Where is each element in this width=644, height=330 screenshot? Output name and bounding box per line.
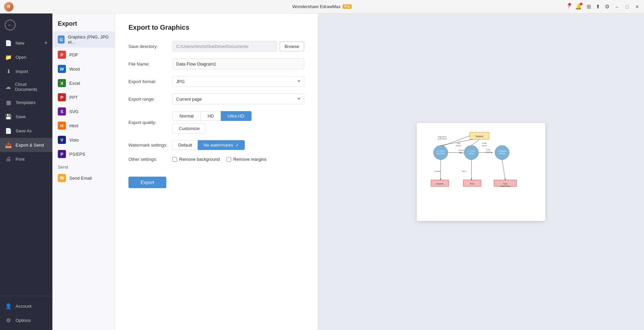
minimize-button[interactable]: – — [614, 4, 620, 9]
preview-panel: Student Registration confirmations 1.2 C… — [318, 14, 644, 330]
quality-hd-button[interactable]: HD — [201, 111, 221, 121]
apps-icon[interactable]: ⊞ — [587, 3, 591, 10]
sidebar-nav: ← 📄 New + 📁 Open ⬇ Import ☁ Cloud Docume… — [0, 14, 52, 330]
export-item-ps[interactable]: P PS/EPS — [52, 147, 115, 161]
app-name: Wondershare EdrawMax — [292, 4, 341, 9]
import-icon: ⬇ — [5, 68, 12, 75]
sidebar-save-label: Save — [16, 114, 26, 119]
export-icon: 📤 — [5, 141, 12, 149]
ppt-label: PPT — [69, 95, 78, 100]
svg-text:Invalid: Invalid — [482, 142, 486, 144]
templates-icon: ▦ — [5, 99, 12, 106]
content-area: Export to Graphics Save directory: Brows… — [115, 14, 644, 330]
svg-text:request: request — [459, 152, 464, 153]
close-button[interactable]: ✕ — [635, 4, 640, 9]
sidebar-item-account[interactable]: 👤 Account — [0, 299, 52, 313]
file-name-input[interactable] — [172, 58, 304, 69]
watermark-active-button[interactable]: No watermarks ✓ — [198, 140, 244, 150]
quality-normal-button[interactable]: Normal — [172, 111, 201, 121]
svg-text:Take test: Take test — [458, 149, 465, 151]
html-icon: H — [58, 122, 66, 130]
export-range-select[interactable]: Current page All pages Selected region — [172, 94, 304, 104]
svg-text:Students: Students — [499, 153, 505, 154]
sidebar-templates-label: Templates — [16, 100, 35, 105]
export-item-word[interactable]: W Word — [52, 62, 115, 76]
cloud-icon: ☁ — [5, 83, 12, 91]
quality-group: Normal HD Ultra HD — [172, 111, 252, 121]
sidebar-item-export[interactable]: 📤 Export & Send — [0, 138, 52, 152]
print-icon: 🖨 — [5, 155, 12, 163]
save-icon: 💾 — [5, 113, 12, 120]
sidebar-item-import[interactable]: ⬇ Import — [0, 64, 52, 78]
watermark-default-button[interactable]: Default — [172, 140, 198, 150]
sidebar-item-saveas[interactable]: 📄 Save As — [0, 124, 52, 138]
sidebar-item-new[interactable]: 📄 New + — [0, 36, 52, 50]
svg-text:Registration: Registration — [500, 185, 510, 187]
browse-button[interactable]: Browse — [280, 42, 304, 51]
customize-button[interactable]: Customize — [172, 124, 206, 133]
sidebar-bottom: 👤 Account ⚙ Options — [0, 296, 52, 327]
svg-text:1.3 Register: 1.3 Register — [498, 150, 506, 152]
sidebar-open-label: Open — [16, 55, 26, 60]
export-item-html[interactable]: H Html — [52, 119, 115, 133]
other-settings-checkboxes: Remove background Remove margins — [172, 157, 266, 162]
sidebar-export-label: Export & Send — [16, 143, 44, 148]
export-button[interactable]: Export — [128, 177, 166, 188]
export-format-label: Export format: — [128, 79, 172, 84]
new-icon: 📄 — [5, 39, 12, 47]
other-settings-label: Other settings: — [128, 157, 172, 162]
titlebar-title: Wondershare EdrawMax Pro — [292, 4, 352, 9]
share-icon[interactable]: ⬆ — [596, 3, 600, 10]
sidebar-item-back[interactable]: ← — [0, 16, 52, 36]
remove-background-checkbox[interactable] — [172, 157, 177, 162]
svg-text:1.2 Confirm: 1.2 Confirm — [436, 150, 445, 152]
email-icon: ✉ — [58, 174, 66, 182]
sidebar-item-save[interactable]: 💾 Save — [0, 109, 52, 124]
export-item-excel[interactable]: X Excel — [52, 76, 115, 90]
maximize-button[interactable]: □ — [624, 4, 630, 9]
export-quality-label: Export quality: — [128, 120, 172, 125]
sidebar-options-label: Options — [16, 318, 31, 323]
remove-margins-item[interactable]: Remove margins — [226, 157, 266, 162]
export-item-ppt[interactable]: P PPT — [52, 90, 115, 104]
sidebar-item-options[interactable]: ⚙ Options — [0, 313, 52, 327]
word-icon: W — [58, 65, 66, 73]
visio-label: Visio — [69, 137, 79, 143]
avatar[interactable]: R — [4, 2, 14, 11]
graphics-label: Graphics (PNG, JPG et... — [68, 34, 109, 45]
svg-text:request: request — [456, 145, 461, 146]
sidebar-item-cloud[interactable]: ☁ Cloud Documents — [0, 78, 52, 95]
watermark-checkmark-icon: ✓ — [235, 143, 239, 148]
notification-icon-wrapper[interactable]: 🔔 — [575, 3, 582, 10]
help-icon-wrapper[interactable]: ? — [567, 4, 570, 10]
settings-icon[interactable]: ⚙ — [605, 3, 610, 10]
send-section-title: Send — [52, 161, 115, 171]
sidebar-item-open[interactable]: 📁 Open — [0, 50, 52, 64]
sidebar-item-print[interactable]: 🖨 Print — [0, 152, 52, 166]
sidebar-account-label: Account — [16, 304, 31, 309]
html-label: Html — [69, 123, 78, 128]
save-directory-input[interactable] — [172, 41, 277, 52]
export-item-pdf[interactable]: P PDF — [52, 48, 115, 62]
svg-text:Child: Child — [486, 149, 490, 150]
export-item-email[interactable]: ✉ Send Email — [52, 171, 115, 185]
export-item-graphics[interactable]: G Graphics (PNG, JPG et... — [52, 31, 115, 48]
export-format-select[interactable]: JPG PNG BMP SVG PDF — [172, 76, 304, 87]
excel-icon: X — [58, 79, 66, 87]
email-label: Send Email — [69, 176, 92, 181]
sidebar-print-label: Print — [16, 157, 25, 162]
remove-margins-checkbox[interactable] — [226, 157, 231, 162]
export-item-svg[interactable]: S SVG — [52, 104, 115, 119]
diagram-preview: Student Registration confirmations 1.2 C… — [422, 128, 540, 215]
other-settings-row: Other settings: Remove background Remove… — [128, 157, 304, 162]
graphics-icon: G — [58, 35, 65, 44]
help-notif-dot — [568, 3, 571, 6]
export-range-label: Export range: — [128, 97, 172, 102]
ps-icon: P — [58, 150, 66, 158]
quality-ultrahd-button[interactable]: Ultra HD — [221, 111, 252, 121]
word-label: Word — [69, 67, 80, 72]
export-item-visio[interactable]: V Visio — [52, 133, 115, 147]
sidebar-item-templates[interactable]: ▦ Templates — [0, 95, 52, 109]
ps-label: PS/EPS — [69, 152, 85, 157]
remove-background-item[interactable]: Remove background — [172, 157, 220, 162]
